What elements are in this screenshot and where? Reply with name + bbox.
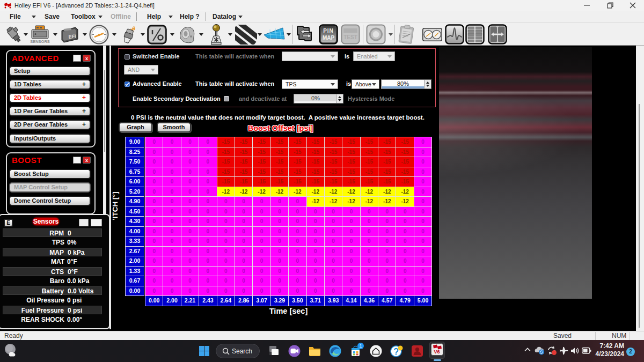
svg-text:MAP: MAP	[323, 35, 335, 41]
svg-text:V6: V6	[434, 349, 440, 354]
svg-text:PIN: PIN	[323, 28, 334, 34]
svg-text:EFI: EFI	[68, 34, 76, 40]
svg-text:SENSORS: SENSORS	[30, 39, 50, 44]
svg-text:TEST: TEST	[343, 34, 357, 40]
